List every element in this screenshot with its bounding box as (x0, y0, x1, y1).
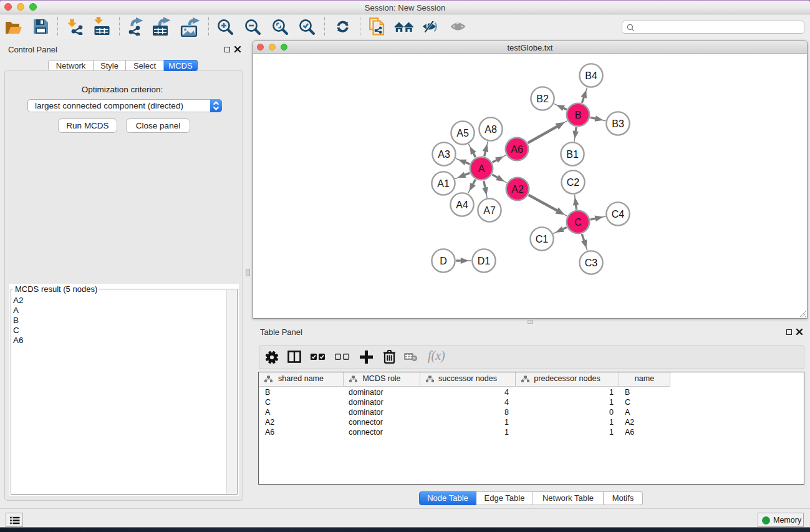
svg-text:B3: B3 (612, 118, 624, 129)
svg-text:B: B (575, 110, 582, 120)
svg-text:A2: A2 (511, 184, 524, 195)
svg-text:C3: C3 (585, 258, 598, 268)
svg-text:A4: A4 (456, 200, 468, 210)
svg-text:D: D (440, 256, 447, 266)
svg-text:D1: D1 (478, 256, 491, 266)
svg-text:B1: B1 (566, 149, 579, 160)
svg-text:A7: A7 (483, 205, 496, 216)
svg-text:C4: C4 (612, 209, 625, 220)
svg-text:A: A (478, 163, 485, 174)
svg-text:A1: A1 (437, 178, 450, 189)
svg-text:B4: B4 (585, 70, 597, 81)
svg-text:C: C (574, 217, 582, 228)
svg-text:A8: A8 (485, 124, 497, 135)
svg-text:A6: A6 (511, 144, 523, 155)
svg-text:C2: C2 (567, 177, 580, 188)
svg-text:C1: C1 (536, 234, 549, 244)
svg-text:B2: B2 (536, 94, 549, 104)
svg-text:A5: A5 (456, 128, 469, 138)
svg-text:A3: A3 (438, 149, 450, 160)
